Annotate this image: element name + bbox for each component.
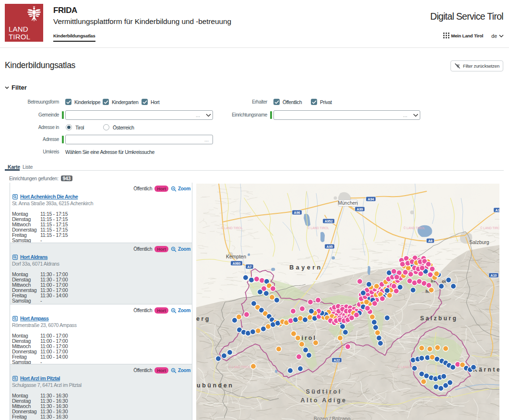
- svg-text:Bozen / Bolzano: Bozen / Bolzano: [314, 416, 351, 420]
- svg-text:A10: A10: [491, 274, 497, 277]
- svg-text:© LAND TIROL: © LAND TIROL: [480, 226, 499, 230]
- svg-text:© LAND TIROL: © LAND TIROL: [229, 365, 250, 369]
- svg-text:Südtirol: Südtirol: [306, 388, 342, 395]
- svg-text:A952: A952: [325, 220, 333, 223]
- svg-text:Salzburg: Salzburg: [420, 315, 458, 322]
- svg-text:Kempten: Kempten: [226, 254, 246, 259]
- svg-text:A7: A7: [248, 265, 252, 268]
- svg-text:A1: A1: [496, 209, 499, 212]
- svg-text:Kärnten: Kärnten: [473, 366, 499, 373]
- svg-text:ol: ol: [442, 279, 446, 284]
- svg-text:A980: A980: [233, 262, 241, 265]
- svg-text:© LAND TIROL: © LAND TIROL: [221, 226, 243, 230]
- svg-text:A99: A99: [357, 208, 363, 211]
- svg-text:A94: A94: [368, 198, 374, 201]
- svg-text:München: München: [338, 200, 357, 206]
- svg-text:Alto Adige: Alto Adige: [300, 397, 347, 404]
- svg-text:A96: A96: [294, 211, 300, 214]
- svg-text:Salzburg: Salzburg: [469, 239, 489, 245]
- svg-text:A8: A8: [428, 239, 433, 243]
- svg-text:erg: erg: [196, 315, 211, 322]
- svg-text:A22: A22: [334, 359, 340, 362]
- svg-text:Bayern: Bayern: [289, 264, 322, 271]
- svg-text:ubünden: ubünden: [197, 382, 234, 389]
- svg-text:A95: A95: [327, 245, 333, 248]
- svg-text:© LAND TIROL: © LAND TIROL: [308, 226, 329, 230]
- svg-text:© LAND TIROL: © LAND TIROL: [403, 226, 425, 230]
